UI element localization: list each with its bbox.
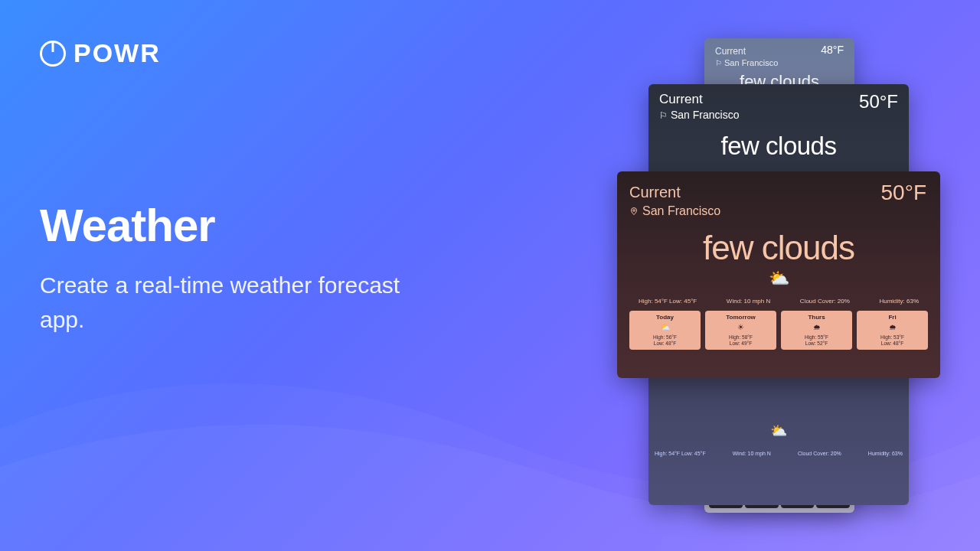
current-condition: few clouds [659,132,898,161]
location-pin-icon [629,204,639,218]
forecast-low: Low: 49°F [707,341,775,347]
forecast-high: High: 53°F [858,334,926,341]
stat-humidity: Humidity: 63% [879,298,919,305]
stat-hi-lo: High: 54°F Low: 45°F [639,298,697,305]
forecast-tile[interactable]: Today⛅High: 56°FLow: 48°F [629,311,701,350]
forecast-weather-icon: 🌧 [782,323,851,333]
stat-cloud: Cloud Cover: 20% [798,451,841,456]
current-condition: few clouds [629,229,928,267]
logo-text: POWR [74,38,161,68]
current-temp: 48°F [821,44,844,56]
cloud-icon: ⛅ [770,422,787,439]
forecast-row: Today⛅High: 56°FLow: 48°FTomorrow☀High: … [629,311,928,350]
forecast-low: Low: 48°F [631,341,699,347]
cloud-icon: ⛅ [629,269,928,289]
current-temp: 50°F [859,91,898,112]
forecast-day: Tomorrow [707,314,775,321]
forecast-tile[interactable]: Tomorrow☀High: 58°FLow: 49°F [705,311,776,350]
current-temp: 50°F [881,181,926,205]
weather-card-plum[interactable]: Current 50°F San Francisco few clouds ⛅ … [617,171,940,378]
stat-hi-lo: High: 54°F Low: 45°F [655,451,706,456]
forecast-day: Today [631,314,699,321]
logo-power-icon [40,41,66,67]
page-title: Weather [40,199,215,252]
forecast-low: Low: 48°F [858,341,926,347]
forecast-weather-icon: ☀ [707,323,775,333]
weather-widget-previews: Current 48°F San Francisco few clouds ⛅ … [612,38,942,528]
stat-humidity: Humidity: 63% [868,451,903,456]
forecast-low: Low: 52°F [782,341,851,347]
forecast-high: High: 56°F [631,334,699,341]
current-location: San Francisco [629,204,928,218]
forecast-high: High: 58°F [707,334,775,341]
stat-wind: Wind: 10 mph N [733,451,771,456]
svg-point-0 [633,210,635,212]
logo: POWR [40,38,161,68]
forecast-day: Thurs [782,314,851,321]
forecast-weather-icon: 🌧 [858,323,926,333]
stat-cloud: Cloud Cover: 20% [800,298,850,305]
forecast-tile[interactable]: Fri🌧High: 53°FLow: 48°F [857,311,928,350]
stats-row: High: 54°F Low: 45°F Wind: 10 mph N Clou… [629,298,928,305]
stat-wind: Wind: 10 mph N [727,298,770,305]
forecast-weather-icon: ⛅ [631,323,699,333]
stats-row: High: 54°F Low: 45°F Wind: 10 mph N Clou… [655,451,903,456]
location-text: San Francisco [642,204,720,217]
forecast-day: Fri [858,314,926,321]
forecast-high: High: 55°F [782,334,851,341]
forecast-tile[interactable]: Thurs🌧High: 55°FLow: 52°F [781,311,852,350]
page-subtitle: Create a real-time weather forecast app. [40,268,438,337]
current-location: San Francisco [715,58,844,67]
